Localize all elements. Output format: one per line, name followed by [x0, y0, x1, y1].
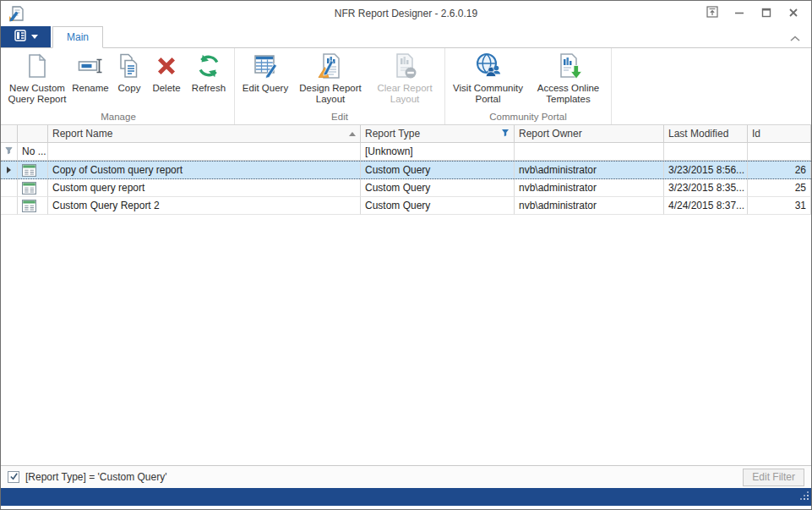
- filter-funnel-icon[interactable]: [501, 125, 510, 142]
- button-label: Edit Query: [243, 83, 288, 94]
- filter-cell-report-type[interactable]: [Unknown]: [361, 143, 515, 161]
- button-label: Refresh: [192, 83, 226, 94]
- online-templates-icon: [554, 52, 583, 80]
- grid-empty-area: [1, 215, 811, 465]
- app-window: NFR Report Designer - 2.6.0.19 Main: [0, 0, 812, 510]
- column-header-report-owner[interactable]: Report Owner: [515, 125, 664, 143]
- close-icon: [788, 6, 798, 21]
- cell-id: 31: [748, 197, 811, 215]
- report-item-icon: [18, 197, 48, 215]
- group-caption-edit: Edit: [237, 111, 442, 124]
- cell-last-modified: 3/23/2015 8:56...: [664, 162, 748, 178]
- title-bar: NFR Report Designer - 2.6.0.19: [1, 1, 811, 26]
- cell-last-modified: 4/24/2015 8:37...: [664, 197, 748, 215]
- collapse-ribbon-button[interactable]: [787, 31, 803, 45]
- filter-row-funnel-icon: [5, 143, 13, 160]
- table-row[interactable]: Custom Query Report 2 Custom Query nvb\a…: [1, 197, 811, 215]
- row-indicator-cell: [1, 162, 18, 178]
- button-label: Clear Report Layout: [368, 83, 442, 105]
- resize-grip[interactable]: [800, 489, 809, 504]
- button-label: Rename: [72, 83, 108, 94]
- design-report-layout-button[interactable]: Design Report Layout: [293, 48, 368, 105]
- cell-report-type: Custom Query: [361, 179, 515, 197]
- button-label: New Custom Query Report: [5, 83, 69, 105]
- column-label: Report Owner: [519, 125, 582, 142]
- minimize-button[interactable]: [728, 5, 750, 22]
- status-bar: [1, 488, 811, 506]
- header-icon-cell: [18, 125, 48, 143]
- refresh-icon: [194, 52, 223, 80]
- design-report-layout-icon: [316, 52, 345, 80]
- maximize-button[interactable]: [755, 5, 777, 22]
- rename-icon: [76, 52, 105, 80]
- check-icon: [9, 469, 19, 485]
- access-online-templates-button[interactable]: Access Online Templates: [528, 48, 608, 105]
- sort-ascending-icon: [349, 132, 356, 136]
- button-label: Visit Community Portal: [448, 83, 528, 105]
- new-custom-query-report-button[interactable]: New Custom Query Report: [5, 48, 69, 105]
- column-header-last-modified[interactable]: Last Modified: [664, 125, 748, 143]
- edit-query-button[interactable]: Edit Query: [237, 48, 293, 104]
- cell-report-name: Copy of Custom query report: [48, 162, 361, 178]
- filter-cell-last-modified[interactable]: [664, 143, 748, 161]
- cell-id: 26: [748, 162, 811, 178]
- reports-grid: Report Name Report Type Report Owner Las…: [1, 125, 811, 465]
- column-header-id[interactable]: Id: [748, 125, 811, 143]
- ribbon-tab-row: Main: [1, 26, 811, 48]
- clear-report-layout-button[interactable]: Clear Report Layout: [368, 48, 442, 105]
- cell-report-type: Custom Query: [361, 197, 515, 215]
- filter-row-indicator-cell: [1, 143, 18, 161]
- cell-id: 25: [748, 179, 811, 197]
- app-menu-icon: [14, 30, 28, 45]
- chevron-up-icon: [790, 30, 800, 46]
- ribbon-group-edit: Edit Query Design Report Layout Clear Re…: [235, 48, 445, 124]
- delete-x-icon: [152, 52, 181, 80]
- filter-enabled-checkbox[interactable]: [8, 471, 19, 483]
- filter-cell-report-name[interactable]: [48, 143, 361, 161]
- delete-button[interactable]: Delete: [147, 48, 186, 104]
- tab-main-label: Main: [67, 31, 89, 43]
- ribbon-pin-button[interactable]: [701, 5, 723, 22]
- rename-button[interactable]: Rename: [69, 48, 112, 104]
- cell-report-name: Custom query report: [48, 179, 361, 197]
- copy-icon: [115, 52, 144, 80]
- filter-expression[interactable]: [Report Type] = 'Custom Query': [25, 471, 166, 483]
- cell-report-type: Custom Query: [361, 162, 515, 178]
- row-indicator-cell: [1, 179, 18, 197]
- header-indicator-cell: [1, 125, 18, 143]
- cell-report-owner: nvb\administrator: [515, 197, 664, 215]
- clear-report-layout-icon: [390, 52, 419, 80]
- column-header-report-name[interactable]: Report Name: [48, 125, 361, 143]
- button-label: Copy: [118, 83, 141, 94]
- column-label: Id: [752, 125, 760, 142]
- application-menu-button[interactable]: [1, 26, 51, 47]
- ribbon: New Custom Query Report Rename Copy: [1, 48, 811, 125]
- filter-cell-id[interactable]: [748, 143, 811, 161]
- ribbon-group-manage: New Custom Query Report Rename Copy: [3, 48, 235, 124]
- column-label: Last Modified: [668, 125, 728, 142]
- report-item-icon: [18, 162, 48, 178]
- copy-button[interactable]: Copy: [112, 48, 147, 104]
- refresh-button[interactable]: Refresh: [186, 48, 232, 104]
- filter-cell-report-owner[interactable]: [515, 143, 664, 161]
- column-label: Report Name: [52, 125, 112, 142]
- filter-cell-icon-column[interactable]: No ...: [18, 143, 48, 161]
- row-indicator-cell: [1, 197, 18, 215]
- filter-panel: [Report Type] = 'Custom Query' Edit Filt…: [1, 465, 811, 488]
- tab-main[interactable]: Main: [52, 26, 103, 48]
- table-row[interactable]: Copy of Custom query report Custom Query…: [1, 161, 811, 179]
- visit-community-portal-button[interactable]: Visit Community Portal: [448, 48, 528, 105]
- minimize-icon: [734, 6, 744, 21]
- button-label: Access Online Templates: [528, 83, 608, 105]
- column-header-report-type[interactable]: Report Type: [361, 125, 515, 143]
- grid-auto-filter-row: No ... [Unknown]: [1, 143, 811, 161]
- current-row-arrow-icon: [7, 167, 11, 173]
- report-item-icon: [18, 179, 48, 197]
- table-row[interactable]: Custom query report Custom Query nvb\adm…: [1, 179, 811, 197]
- cell-last-modified: 3/23/2015 8:35...: [664, 179, 748, 197]
- grid-header-row: Report Name Report Type Report Owner Las…: [1, 125, 811, 143]
- button-label: Delete: [152, 83, 180, 94]
- close-button[interactable]: [782, 5, 804, 22]
- edit-filter-button[interactable]: Edit Filter: [743, 469, 804, 486]
- ribbon-group-community-portal: Visit Community Portal Access Online Tem…: [445, 48, 612, 124]
